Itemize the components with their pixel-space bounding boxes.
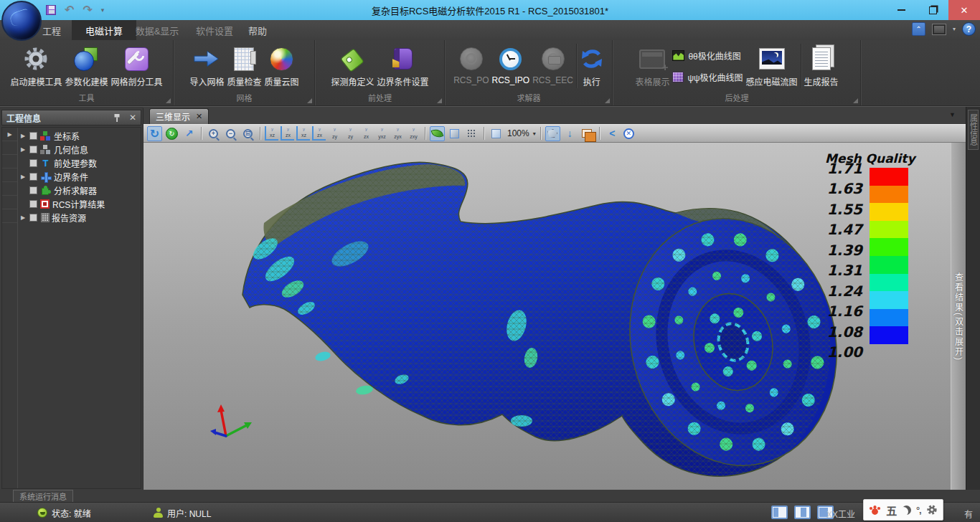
tree-item-geometry-info[interactable]: ▶ 几何信息 xyxy=(19,143,141,156)
group-expander-icon[interactable] xyxy=(605,98,610,103)
chevron-right-icon[interactable]: ▶ xyxy=(19,146,27,153)
tab-shuju-xianshi[interactable]: 数据&显示 xyxy=(126,20,188,40)
layout-left-icon[interactable] xyxy=(771,506,788,519)
redo-icon[interactable]: ↷ xyxy=(83,4,92,16)
view-preset-button[interactable]: zx xyxy=(312,126,326,141)
probe-angle-button[interactable]: 探测角定义 xyxy=(331,42,374,90)
execute-button[interactable]: 执行 xyxy=(580,42,604,90)
tree-item-rcs-results[interactable]: RCS计算结果 xyxy=(19,197,141,211)
theta-polar-curve-button[interactable]: θθ极化曲线图 xyxy=(672,47,743,63)
group-expander-icon[interactable] xyxy=(307,98,312,103)
spin-refresh-icon[interactable]: ↻ xyxy=(164,126,179,141)
copy-window-icon[interactable] xyxy=(580,126,595,141)
view-preset-button[interactable]: zyx xyxy=(391,126,405,141)
layout-center-icon[interactable] xyxy=(794,506,811,519)
app-logo[interactable] xyxy=(1,1,42,41)
ime-logo-paw-icon[interactable] xyxy=(869,505,881,516)
wireframe-view-icon[interactable] xyxy=(447,126,462,141)
view-preset-button[interactable]: zxy xyxy=(407,126,420,141)
zoom-box-icon[interactable] xyxy=(489,126,504,141)
viewport-tab-bar: 三维显示 ✕ ▼ xyxy=(143,107,966,124)
chevron-right-icon[interactable]: ▶ xyxy=(19,214,27,221)
view-preset-button[interactable]: zx xyxy=(281,126,294,141)
view-preset-button[interactable]: zx xyxy=(359,126,373,141)
pan-arrow-icon[interactable]: ↗ xyxy=(182,126,197,141)
checkbox[interactable] xyxy=(29,132,37,140)
ribbon-group-tools: 启动建模工具 参数化建模 网格剖分工具 工具 xyxy=(0,40,174,105)
view-preset-button[interactable]: xz xyxy=(265,126,278,141)
tree-item-preprocess-params[interactable]: T 前处理参数 xyxy=(19,156,141,170)
ime-punctuation-icon[interactable]: °, xyxy=(916,505,921,516)
checkbox[interactable] xyxy=(29,173,37,181)
close-panel-icon[interactable]: ✕ xyxy=(129,113,136,123)
tree-item-boundary-conditions[interactable]: ▶ 边界条件 xyxy=(19,170,141,184)
boundary-condition-button[interactable]: 边界条件设置 xyxy=(377,42,429,90)
display-style-caret-icon[interactable]: ▾ xyxy=(953,26,956,32)
zoom-level-value[interactable]: 100% xyxy=(507,128,529,138)
induced-current-map-button[interactable]: 感应电磁流图 xyxy=(746,42,798,90)
rcs-ipo-button[interactable]: RCS_IPO xyxy=(491,42,529,90)
generate-report-button[interactable]: 生成报告 xyxy=(804,42,839,90)
mesh-partition-tool-button[interactable]: 网格剖分工具 xyxy=(111,42,163,90)
checkbox[interactable] xyxy=(29,186,37,194)
group-expander-icon[interactable] xyxy=(437,98,442,103)
tree-item-analysis-solver[interactable]: 分析求解器 xyxy=(19,184,141,197)
close-circle-icon[interactable]: ✕ xyxy=(621,126,636,141)
view-preset-button[interactable]: yxz xyxy=(375,126,389,141)
chevron-right-icon[interactable]: ▶ xyxy=(19,133,27,139)
tab-list-caret-icon[interactable]: ▼ xyxy=(949,111,956,118)
help-icon[interactable]: ? xyxy=(962,22,976,36)
checkbox[interactable] xyxy=(29,200,37,208)
chevron-right-icon[interactable]: ▶ xyxy=(6,131,14,138)
ime-mode-label[interactable]: 五 xyxy=(886,503,897,518)
ime-settings-gear-icon[interactable] xyxy=(926,504,938,516)
zoom-out-icon[interactable]: − xyxy=(223,126,238,141)
quality-contour-button[interactable]: 质量云图 xyxy=(265,42,299,90)
tree-item-report-resources[interactable]: ▶ 报告资源 xyxy=(19,211,141,224)
grid-points-icon[interactable] xyxy=(464,126,479,141)
ime-fullhalf-moon-icon[interactable] xyxy=(902,506,911,515)
checkbox[interactable] xyxy=(29,146,37,153)
select-region-icon[interactable] xyxy=(545,126,560,141)
shaded-view-icon[interactable] xyxy=(430,126,445,141)
share-icon[interactable]: < xyxy=(604,126,619,141)
collapse-ribbon-icon[interactable]: ⌃ xyxy=(912,22,925,36)
chevron-right-icon[interactable]: ▶ xyxy=(19,174,27,180)
tab-ruanjian-shezhi[interactable]: 软件设置 xyxy=(188,20,241,40)
save-icon[interactable] xyxy=(46,5,56,15)
project-info-panel: 工程信息 ✕ ▶ ▶ 坐标系 ▶ xyxy=(0,108,143,490)
minimize-button[interactable] xyxy=(885,0,917,20)
tree-item-coordinate-system[interactable]: ▶ 坐标系 xyxy=(19,129,141,143)
zoom-in-icon[interactable]: + xyxy=(206,126,221,141)
zoom-caret-icon[interactable]: ▾ xyxy=(533,130,536,137)
view-preset-button[interactable]: zy xyxy=(344,126,357,141)
3d-canvas[interactable]: Mesh Quality 1.71 1.63 1.55 1.47 1.39 1.… xyxy=(143,143,966,490)
close-button[interactable] xyxy=(948,0,980,20)
checkbox[interactable] xyxy=(29,159,37,167)
view-preset-button[interactable]: zy xyxy=(328,126,341,141)
orbit-rotate-icon[interactable]: ↻ xyxy=(147,126,162,141)
property-info-tab[interactable]: 属性信息 xyxy=(968,110,979,150)
close-tab-icon[interactable]: ✕ xyxy=(196,112,202,121)
psi-polar-curve-button[interactable]: ψψ极化曲线图 xyxy=(672,69,743,85)
arrow-down-icon[interactable]: ↓ xyxy=(562,126,578,141)
restore-button[interactable] xyxy=(917,0,948,20)
pin-icon[interactable] xyxy=(113,113,121,123)
group-expander-icon[interactable] xyxy=(853,98,858,103)
tab-3d-display[interactable]: 三维显示 ✕ xyxy=(149,108,209,124)
view-preset-button[interactable]: xz xyxy=(296,126,310,141)
parametric-modeling-button[interactable]: 参数化建模 xyxy=(65,42,108,90)
undo-icon[interactable]: ↶ xyxy=(65,4,74,16)
quality-check-button[interactable]: 质量检查 xyxy=(227,42,261,90)
display-style-icon[interactable] xyxy=(932,24,946,35)
group-expander-icon[interactable] xyxy=(166,98,171,103)
tab-bangzhu[interactable]: 帮助 xyxy=(241,20,274,40)
zoom-fit-icon[interactable]: ⊞ xyxy=(240,126,255,141)
start-modeling-tool-button[interactable]: 启动建模工具 xyxy=(10,42,62,90)
qat-customize-icon[interactable]: ▾ xyxy=(101,6,105,14)
group-label-solver: 求解器 xyxy=(446,92,612,103)
checkbox[interactable] xyxy=(29,214,37,222)
view-results-strip[interactable]: 查看结果(双击展开) xyxy=(951,143,966,490)
system-message-tab[interactable]: 系统运行消息 xyxy=(13,490,73,502)
import-mesh-button[interactable]: 导入网格 xyxy=(189,42,224,90)
